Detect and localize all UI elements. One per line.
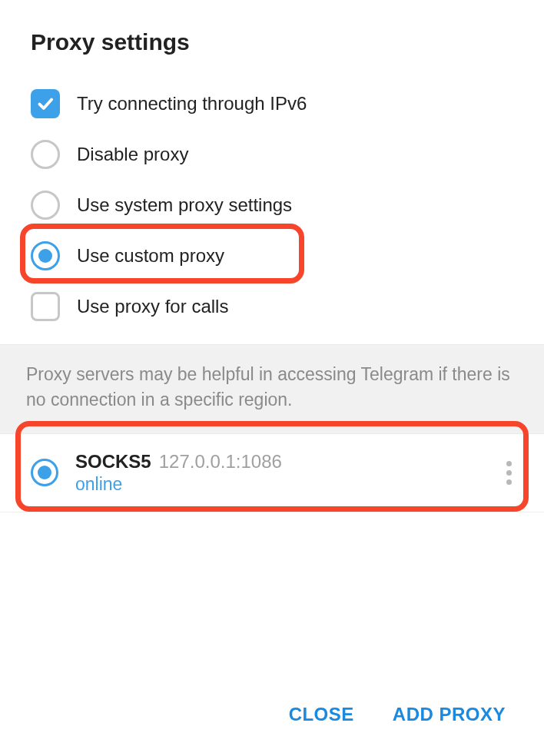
checkmark-icon [35, 94, 55, 114]
proxy-type: SOCKS5 [75, 451, 151, 472]
options-list: Try connecting through IPv6 Disable prox… [0, 78, 544, 332]
proxy-settings-dialog: Proxy settings Try connecting through IP… [0, 0, 544, 756]
proxy-item[interactable]: SOCKS5 127.0.0.1:1086 online [0, 434, 544, 512]
more-menu-icon[interactable] [500, 455, 518, 491]
option-label: Disable proxy [77, 144, 188, 165]
radio-custom[interactable] [31, 241, 60, 270]
dialog-footer: CLOSE ADD PROXY [0, 681, 544, 756]
checkbox-calls[interactable] [31, 292, 60, 321]
option-disable-proxy[interactable]: Disable proxy [31, 129, 513, 180]
option-label: Try connecting through IPv6 [77, 93, 307, 114]
proxy-address: 127.0.0.1:1086 [159, 451, 282, 472]
proxy-status: online [75, 474, 500, 495]
proxy-list: SOCKS5 127.0.0.1:1086 online [0, 434, 544, 512]
proxy-title-row: SOCKS5 127.0.0.1:1086 [75, 451, 500, 472]
option-ipv6[interactable]: Try connecting through IPv6 [31, 78, 513, 129]
proxy-info: SOCKS5 127.0.0.1:1086 online [75, 451, 500, 495]
radio-disable[interactable] [31, 140, 60, 169]
radio-proxy[interactable] [31, 459, 58, 486]
option-label: Use proxy for calls [77, 296, 228, 317]
add-proxy-button[interactable]: ADD PROXY [393, 704, 506, 725]
option-system-proxy[interactable]: Use system proxy settings [31, 180, 513, 230]
option-proxy-calls[interactable]: Use proxy for calls [31, 281, 513, 332]
dialog-title: Proxy settings [0, 0, 544, 78]
radio-system[interactable] [31, 191, 60, 220]
option-custom-proxy[interactable]: Use custom proxy [31, 230, 513, 281]
option-label: Use custom proxy [77, 245, 224, 267]
checkbox-ipv6[interactable] [31, 89, 60, 118]
option-label: Use system proxy settings [77, 194, 292, 216]
info-text: Proxy servers may be helpful in accessin… [0, 344, 544, 434]
close-button[interactable]: CLOSE [289, 704, 354, 725]
